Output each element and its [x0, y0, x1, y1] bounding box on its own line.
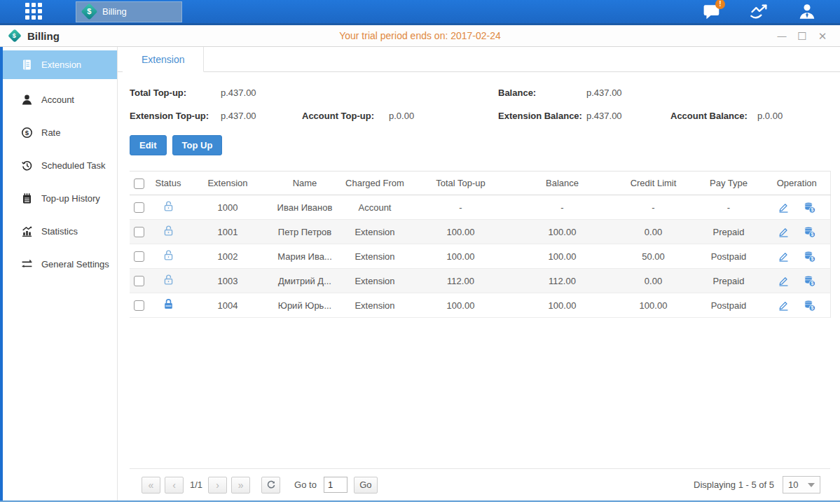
chart-icon[interactable] [748, 3, 771, 21]
top-up-extension-icon[interactable]: $ [804, 275, 815, 287]
top-up-extension-icon[interactable]: $ [804, 226, 815, 238]
edit-extension-icon[interactable] [778, 202, 790, 214]
edit-extension-icon[interactable] [778, 300, 790, 312]
sidebar-item-label: General Settings [41, 259, 109, 270]
cell-charged-from: Extension [340, 244, 410, 269]
cell-operation: $ [764, 195, 830, 220]
svg-text:$: $ [811, 256, 813, 262]
status-unlocked-icon [163, 228, 174, 239]
sidebar-item-statistics[interactable]: Statistics [3, 215, 117, 248]
row-checkbox[interactable] [134, 251, 144, 262]
extension-topup-label: Extension Top-up: [130, 111, 221, 121]
maximize-button[interactable]: ☐ [797, 31, 807, 41]
cell-total-topup: 100.00 [410, 220, 511, 244]
row-checkbox[interactable] [134, 227, 144, 237]
page-indicator: 1/1 [190, 479, 202, 490]
user-icon[interactable] [795, 3, 819, 21]
status-locked-icon [163, 302, 174, 312]
next-page-button[interactable]: › [208, 477, 227, 493]
cell-charged-from: Extension [340, 269, 410, 293]
select-all-checkbox[interactable] [134, 178, 144, 189]
cell-balance: 100.00 [511, 293, 613, 318]
balance-label: Balance: [498, 88, 586, 98]
cell-total-topup: 100.00 [410, 293, 511, 318]
pagination-bar: « ‹ 1/1 › » Go to Go Displaying 1 - 5 of… [130, 468, 830, 500]
minimize-button[interactable]: — [777, 31, 787, 41]
header-status: Status [151, 172, 186, 195]
window-titlebar: $ Billing Your trial period ends on: 201… [0, 25, 840, 47]
top-up-extension-icon[interactable]: $ [804, 202, 815, 214]
row-checkbox[interactable] [134, 202, 144, 213]
cell-checkbox [130, 269, 151, 293]
page-size-value: 10 [788, 479, 798, 490]
taskbar-tab-billing[interactable]: $ Billing [76, 1, 182, 22]
last-page-button[interactable]: » [231, 477, 250, 493]
cell-total-topup: 100.00 [410, 244, 511, 269]
sidebar-item-rate[interactable]: $ Rate [3, 116, 117, 149]
cell-charged-from: Extension [340, 220, 410, 244]
cell-status [151, 269, 186, 293]
header-total-topup: Total Top-up [410, 172, 511, 195]
sidebar-item-extension[interactable]: Extension [3, 50, 117, 79]
header-balance: Balance [511, 172, 613, 195]
extension-balance-label: Extension Balance: [498, 111, 586, 121]
sidebar-item-topup-history[interactable]: Top-up History [3, 182, 117, 215]
sidebar-item-scheduled-task[interactable]: Scheduled Task [3, 149, 117, 182]
table-row: 1001 Петр Петров Extension 100.00 100.00… [130, 220, 830, 244]
app-launcher-icon[interactable] [25, 3, 43, 21]
top-up-extension-icon[interactable]: $ [804, 300, 815, 312]
cell-credit-limit: 100.00 [613, 293, 694, 318]
svg-text:$: $ [811, 207, 813, 213]
sidebar-item-account[interactable]: Account [3, 83, 117, 116]
window-app-icon: $ [8, 29, 22, 43]
balance-value: p.437.00 [586, 88, 670, 98]
cell-status [151, 244, 186, 269]
cell-pay-type: Prepaid [694, 220, 764, 244]
goto-label: Go to [294, 479, 317, 490]
edit-extension-icon[interactable] [778, 251, 790, 262]
goto-page-input[interactable] [324, 477, 347, 493]
tab-extension[interactable]: Extension [123, 47, 204, 72]
row-checkbox[interactable] [134, 276, 144, 286]
page-size-select[interactable]: 10 [783, 476, 820, 493]
sidebar: Extension Account $ Rate Scheduled Task … [3, 47, 118, 500]
edit-extension-icon[interactable] [778, 275, 790, 287]
messages-icon[interactable]: ! [700, 3, 724, 21]
sidebar-item-general-settings[interactable]: General Settings [3, 248, 117, 281]
go-button[interactable]: Go [354, 477, 378, 493]
sidebar-item-label: Scheduled Task [41, 160, 106, 171]
extension-table-body: 1000 Иван Иванов Account - - - - $ 1001 … [130, 195, 830, 318]
cell-pay-type: Prepaid [694, 269, 764, 293]
table-row: 1003 Дмитрий Д... Extension 112.00 112.0… [130, 269, 830, 293]
displaying-text: Displaying 1 - 5 of 5 [694, 479, 774, 490]
refresh-button[interactable] [261, 477, 280, 493]
tab-strip: Extension [118, 47, 840, 72]
cell-credit-limit: 0.00 [613, 269, 694, 293]
taskbar-tab-label: Billing [102, 6, 127, 17]
cell-operation: $ [764, 293, 830, 318]
header-credit-limit: Credit Limit [613, 172, 694, 195]
cell-pay-type: Postpaid [694, 293, 764, 318]
cell-extension: 1001 [186, 220, 270, 244]
table-row: 1000 Иван Иванов Account - - - - $ [130, 195, 830, 220]
trial-notice: Your trial period ends on: 2017-02-24 [0, 30, 840, 41]
top-up-button[interactable]: Top Up [172, 135, 223, 155]
close-button[interactable]: ✕ [818, 31, 827, 41]
first-page-button[interactable]: « [142, 477, 160, 493]
header-operation: Operation [764, 172, 830, 195]
svg-text:$: $ [811, 305, 813, 311]
prev-page-button[interactable]: ‹ [165, 477, 184, 493]
svg-text:$: $ [811, 281, 813, 286]
tab-label: Extension [142, 54, 184, 65]
row-checkbox[interactable] [134, 300, 144, 311]
edit-button[interactable]: Edit [130, 135, 167, 155]
clock-history-icon [21, 160, 33, 172]
account-topup-value: p.0.00 [389, 111, 480, 121]
sidebar-item-label: Extension [41, 59, 81, 70]
cell-checkbox [130, 220, 151, 244]
cell-name: Дмитрий Д... [270, 269, 340, 293]
top-up-extension-icon[interactable]: $ [804, 251, 815, 262]
window-title: Billing [27, 30, 60, 42]
edit-extension-icon[interactable] [778, 226, 790, 238]
svg-text:$: $ [811, 232, 813, 237]
